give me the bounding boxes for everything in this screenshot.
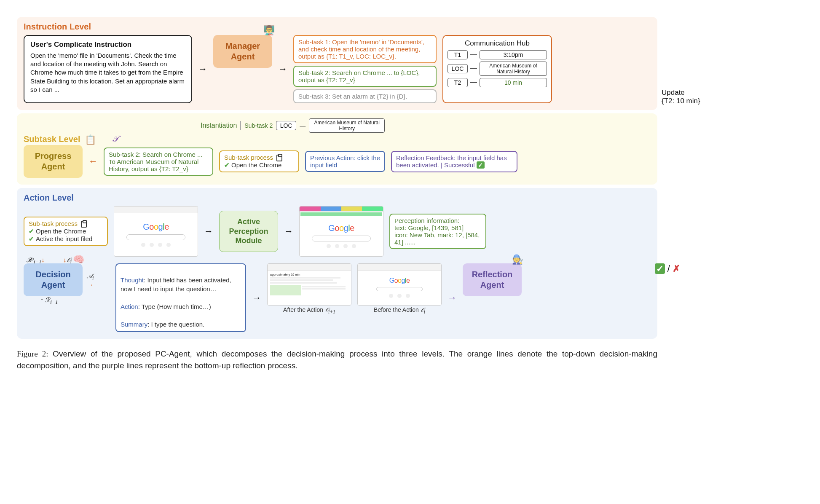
caption-label: Figure 2:: [17, 349, 48, 358]
reflection-feedback-card: Reflection Feedback: the input field has…: [391, 151, 517, 172]
arrow-icon: →: [448, 292, 457, 303]
perception-info-card: Perception information: text: Google, [1…: [389, 214, 486, 249]
screenshot-before-action: Google: [357, 263, 442, 306]
subtask-level: Instantiation Sub-task 2 LOC — American …: [17, 113, 657, 185]
subtask-process-card-2: Sub-task process ✔Open the Chrome ✔Activ…: [24, 217, 108, 246]
check-icon: ✔: [29, 235, 34, 242]
instantiation-subtask: Sub-task 2: [244, 122, 273, 129]
arrow-icon: →: [198, 64, 207, 75]
subtask-2: Sub-task 2: Search on Chrome ... to {LOC…: [293, 66, 437, 87]
update-label: Update {T2: 10 min}: [662, 88, 716, 105]
reflection-agent: Reflection Agent: [463, 263, 522, 296]
instantiation-label: Instantiation: [201, 122, 237, 129]
gear-head-icon: 🧑‍🔧: [512, 254, 523, 265]
hub-title: Communication Hub: [448, 39, 547, 48]
success-fail-indicator: ✓ / ✗: [655, 263, 680, 274]
arrow-icon: ←: [88, 156, 98, 167]
instantiation-row: Instantiation Sub-task 2 LOC — American …: [201, 118, 651, 133]
thought-card: Thought: Input field has been activated,…: [115, 263, 246, 332]
screenshot-after-action: approximately 10 min: [267, 263, 351, 306]
user-instruction-body: Open the 'memo' file in 'Documents'. Che…: [30, 51, 185, 94]
brain-icon: 🧠: [73, 254, 84, 265]
decision-agent: Decision Agent: [24, 263, 83, 296]
clipboard-icon: [81, 221, 87, 228]
ai-symbol: 𝒜i →: [87, 273, 94, 289]
figure-caption: Figure 2: Overview of the proposed PC-Ag…: [17, 348, 657, 371]
arrow-icon: →: [204, 226, 213, 237]
hub-val-loc: American Museum of Natural History: [480, 62, 547, 76]
clipboard-icon: [276, 155, 282, 161]
google-logo: Google: [143, 222, 169, 232]
tau-symbol: 𝒯: [112, 134, 118, 144]
hub-key-loc: LOC: [448, 64, 468, 73]
pc-agent-diagram: Instruction Level User's Complicate Inst…: [17, 17, 657, 371]
after-action-label: After the Action 𝒪i+1: [267, 306, 351, 315]
hub-key-t2: T2: [448, 78, 468, 87]
check-icon: ✔: [224, 161, 230, 169]
arrow-icon: →: [278, 64, 287, 75]
presenter-icon: 👨‍🏫: [263, 25, 275, 36]
subtask-process-card: Sub-task process ✔Open the Chrome: [219, 150, 299, 172]
progress-input: Sub-task 2: Search on Chrome ... To Amer…: [104, 147, 213, 176]
google-logo: Google: [328, 223, 354, 233]
before-action-label: Before the Action 𝒪i: [357, 306, 442, 315]
screenshot-before: Google: [114, 206, 198, 257]
instantiation-key: LOC: [276, 121, 296, 130]
hub-val-t1: 3:10pm: [480, 50, 547, 59]
success-badge: ✓: [477, 161, 485, 169]
action-title: Action Level: [24, 193, 74, 203]
google-logo: Google: [389, 277, 410, 284]
communication-hub: Communication Hub T13:10pm LOCAmerican M…: [442, 35, 552, 103]
checklist-icon: 📋: [85, 134, 96, 145]
instruction-title: Instruction Level: [24, 22, 91, 32]
user-instruction-card: User's Complicate Instruction Open the '…: [24, 35, 192, 103]
perception-module: Active Perception Module: [219, 211, 278, 252]
manager-agent: Manager Agent: [213, 35, 272, 68]
user-instruction-title: User's Complicate Instruction: [30, 40, 185, 50]
progress-agent: Progress Agent: [24, 145, 83, 178]
caption-text: Overview of the proposed PC-Agent, which…: [17, 349, 657, 370]
action-level: Action Level Sub-task process ✔Open the …: [17, 188, 657, 339]
subtask-title: Subtask Level: [24, 134, 80, 144]
subtask-3: Sub-task 3: Set an alarm at {T2} in {D}.: [293, 89, 437, 103]
screenshot-marked: Google: [299, 206, 383, 257]
check-icon: ✔: [29, 228, 34, 235]
instruction-level: Instruction Level User's Complicate Inst…: [17, 17, 657, 110]
arrow-icon: →: [252, 292, 261, 303]
arrow-icon: →: [284, 226, 293, 237]
subtask-1: Sub-task 1: Open the 'memo' in 'Document…: [293, 35, 437, 63]
hub-key-t1: T1: [448, 50, 468, 59]
hub-val-t2: 10 min: [480, 78, 547, 87]
ri-symbol: ↑ ℛi−1: [40, 296, 58, 306]
instantiation-val: American Museum of Natural History: [309, 118, 385, 133]
previous-action-card: Previous Action: click the input field: [305, 151, 385, 172]
